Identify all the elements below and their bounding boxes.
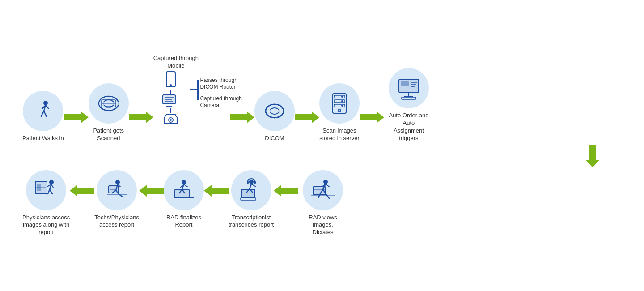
arrow-6 (70, 183, 94, 199)
arrow-9 (274, 183, 298, 199)
label-patient-walks: Patient Walks in (22, 135, 64, 142)
svg-marker-49 (586, 145, 599, 167)
arrow-3 (230, 109, 254, 125)
circle-rad-views (303, 170, 343, 210)
arrow-8 (204, 183, 229, 199)
svg-rect-62 (107, 194, 127, 195)
svg-point-94 (323, 180, 328, 184)
circle-physicians-access (26, 170, 66, 210)
svg-line-57 (50, 189, 52, 194)
label-auto-order: Auto Order and AutoAssignment triggers (384, 112, 433, 142)
circle-rad-finalizes (164, 170, 204, 210)
svg-rect-53 (37, 184, 41, 191)
node-patient-walks: Patient Walks in (22, 91, 64, 142)
svg-line-92 (251, 184, 256, 187)
svg-marker-13 (129, 111, 153, 123)
svg-marker-30 (295, 111, 319, 123)
arrow-1 (64, 109, 89, 125)
svg-line-5 (46, 105, 48, 108)
svg-rect-75 (175, 189, 189, 197)
svg-line-2 (41, 111, 44, 116)
circle-dicom (254, 91, 295, 131)
bottom-row: Physicians accessimages along withreport (22, 170, 622, 237)
circle-patient-scanned (89, 83, 129, 124)
svg-point-73 (182, 180, 186, 184)
svg-line-56 (48, 189, 50, 194)
vertical-arrow-down (22, 145, 622, 167)
svg-rect-84 (247, 181, 249, 184)
svg-line-81 (184, 184, 187, 187)
svg-point-38 (338, 109, 341, 112)
circle-patient-walks (23, 91, 63, 131)
node-techs-access: Techs/Physiciansaccess report (94, 170, 139, 229)
svg-point-83 (249, 180, 254, 184)
svg-rect-28 (266, 110, 284, 112)
circle-scan-images (319, 83, 360, 124)
svg-rect-32 (334, 95, 345, 98)
svg-rect-31 (333, 94, 346, 113)
node-patient-scanned: Patient getsScanned (89, 83, 129, 142)
arrow-2 (129, 109, 153, 125)
label-patient-scanned: Patient getsScanned (93, 127, 124, 142)
svg-marker-39 (360, 111, 384, 123)
arrow-7 (139, 183, 164, 199)
svg-rect-48 (402, 97, 416, 99)
circle-techs-access (97, 170, 137, 210)
svg-line-3 (44, 111, 47, 116)
label-physicians-access: Physicians accessimages along withreport (22, 214, 70, 237)
label-rad-finalizes: RAD finalizesReport (166, 214, 201, 229)
node-physicians-access: Physicians accessimages along withreport (22, 170, 70, 237)
node-scan-images: Scan imagesstored in server (319, 83, 360, 142)
label-dicom: DICOM (265, 135, 284, 142)
svg-point-61 (115, 180, 120, 184)
label-rad-views: RAD views images.Dictates (298, 214, 347, 237)
label-captured-mobile: Captured through Mobile (153, 55, 199, 70)
node-auto-order: Auto Order and AutoAssignment triggers (384, 68, 433, 142)
arrow-4 (295, 109, 319, 125)
svg-rect-98 (311, 195, 335, 196)
label-transcriptionist: Transcriptionisttranscribes report (229, 214, 274, 229)
svg-line-89 (250, 184, 251, 189)
svg-point-37 (341, 105, 343, 107)
svg-marker-6 (64, 111, 89, 123)
label-scan-images: Scan imagesstored in server (319, 127, 360, 142)
svg-rect-12 (106, 106, 111, 108)
svg-point-50 (49, 180, 54, 184)
workflow-diagram: Patient Walks in Patient getsS (13, 50, 631, 241)
svg-marker-25 (230, 111, 254, 123)
svg-marker-82 (204, 185, 229, 197)
circle-auto-order (389, 68, 429, 108)
svg-line-59 (51, 184, 53, 188)
svg-marker-60 (70, 185, 94, 197)
svg-rect-88 (241, 198, 256, 200)
svg-rect-33 (334, 100, 345, 103)
capture-block: Captured through Mobile (153, 55, 199, 125)
node-rad-finalizes: RAD finalizesReport (164, 170, 204, 229)
svg-marker-93 (274, 185, 298, 197)
svg-point-24 (170, 119, 172, 121)
svg-point-36 (341, 100, 343, 102)
svg-point-15 (170, 84, 172, 86)
label-techs-access: Techs/Physiciansaccess report (94, 214, 139, 229)
svg-point-0 (43, 101, 48, 105)
node-transcriptionist: Transcriptionisttranscribes report (229, 170, 274, 229)
svg-rect-85 (254, 181, 256, 184)
svg-rect-42 (401, 81, 409, 86)
arrow-5 (360, 109, 384, 125)
node-dicom: DICOM (254, 91, 295, 142)
circle-transcriptionist (231, 170, 271, 210)
svg-rect-34 (334, 104, 345, 107)
svg-point-35 (341, 96, 343, 98)
svg-line-102 (326, 184, 329, 187)
node-rad-views: RAD views images.Dictates (298, 170, 347, 237)
svg-marker-72 (139, 185, 164, 197)
